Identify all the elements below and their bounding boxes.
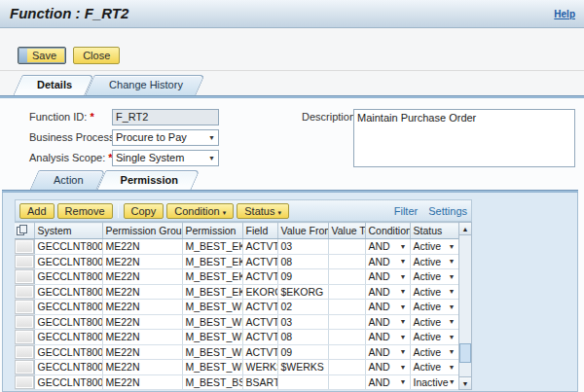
condition-select[interactable]: AND▼ — [366, 239, 410, 254]
column-header-status[interactable]: Status — [410, 223, 458, 239]
value-from-cell[interactable]: $EKORG — [277, 284, 328, 300]
business-process-select[interactable]: Procure to Pay ▼ — [112, 129, 219, 146]
value-from-cell[interactable]: 09 — [277, 344, 328, 360]
status-select[interactable]: Active▼ — [411, 285, 458, 300]
column-header-value-from[interactable]: Value From — [277, 223, 328, 239]
description-textarea[interactable]: Maintain Purchase Order — [353, 109, 575, 167]
row-select-button[interactable] — [15, 315, 34, 330]
horizontal-divider — [0, 70, 584, 71]
row-select-button[interactable] — [15, 239, 34, 254]
column-header-field[interactable]: Field — [242, 223, 277, 239]
tab-permission[interactable]: Permission — [101, 170, 196, 190]
status-select[interactable]: Active▼ — [411, 360, 458, 374]
row-select-button[interactable] — [15, 330, 34, 344]
system-select[interactable]: GECCLNT800▼ — [35, 360, 102, 374]
value-to-cell[interactable] — [328, 300, 365, 315]
value-to-cell[interactable] — [328, 330, 365, 345]
copy-button[interactable]: Copy — [124, 203, 164, 219]
status-select[interactable]: Active▼ — [411, 345, 458, 360]
column-header-permission[interactable]: Permission — [182, 223, 242, 239]
value-to-cell[interactable] — [328, 239, 365, 255]
condition-select[interactable]: AND▼ — [366, 269, 410, 284]
value-from-cell[interactable]: 09 — [277, 269, 328, 285]
row-select-button[interactable] — [15, 269, 34, 284]
table-scrollbar[interactable]: ▲ ▼ — [458, 222, 472, 390]
scroll-down-button[interactable]: ▼ — [459, 376, 471, 389]
value-to-cell[interactable] — [328, 374, 365, 390]
function-id-field[interactable]: F_RT2 — [112, 109, 219, 125]
column-header-system[interactable]: System — [34, 223, 102, 239]
chevron-down-icon: ▼ — [449, 348, 456, 355]
system-select[interactable]: GECCLNT800▼ — [35, 300, 102, 314]
settings-link[interactable]: Settings — [428, 205, 467, 217]
row-select-button[interactable] — [15, 300, 34, 314]
row-select-button[interactable] — [15, 345, 34, 360]
status-select[interactable]: Active▼ — [411, 255, 458, 269]
status-select[interactable]: Active▼ — [411, 315, 458, 330]
value-from-cell[interactable] — [277, 374, 328, 390]
tab-action[interactable]: Action — [34, 170, 101, 190]
value-to-cell[interactable] — [328, 254, 365, 269]
column-header-condition[interactable]: Condition — [365, 223, 410, 239]
scrollbar-thumb[interactable] — [459, 343, 471, 363]
system-select[interactable]: GECCLNT800▼ — [35, 330, 102, 344]
main-tabstrip: Details Change History — [18, 75, 201, 95]
condition-select[interactable]: AND▼ — [366, 255, 410, 269]
condition-menu-button[interactable]: Condition▾ — [166, 203, 234, 219]
system-select[interactable]: GECCLNT800▼ — [35, 345, 102, 360]
value-to-cell[interactable] — [328, 284, 365, 300]
row-select-button[interactable] — [15, 360, 34, 374]
condition-select[interactable]: AND▼ — [366, 360, 410, 374]
system-select[interactable]: GECCLNT800▼ — [35, 375, 102, 390]
field-cell: ACTVT — [242, 344, 277, 360]
value-from-cell[interactable]: 03 — [277, 239, 328, 255]
condition-select[interactable]: AND▼ — [366, 285, 410, 300]
condition-select[interactable]: AND▼ — [366, 375, 410, 390]
add-button[interactable]: Add — [19, 203, 55, 219]
column-header-permission-group[interactable]: Permission Group — [102, 223, 182, 239]
value-to-cell[interactable] — [328, 269, 365, 285]
analysis-scope-select[interactable]: Single System ▼ — [112, 150, 219, 166]
status-select[interactable]: Active▼ — [411, 239, 458, 254]
condition-select[interactable]: AND▼ — [366, 300, 410, 314]
system-select[interactable]: GECCLNT800▼ — [35, 269, 102, 284]
column-header-value-to[interactable]: Value To — [328, 223, 365, 239]
value-from-cell[interactable]: $WERKS — [277, 360, 328, 375]
scroll-up-button[interactable]: ▲ — [459, 223, 471, 235]
menu-triangle-icon: ▾ — [277, 209, 281, 216]
save-button[interactable]: Save — [18, 47, 66, 64]
tab-details[interactable]: Details — [18, 75, 90, 95]
value-from-cell[interactable]: 08 — [277, 254, 328, 269]
remove-button[interactable]: Remove — [57, 203, 113, 219]
value-from-cell[interactable]: 08 — [277, 330, 328, 345]
status-select[interactable]: Active▼ — [411, 269, 458, 284]
row-select-button[interactable] — [15, 375, 34, 390]
value-to-cell[interactable] — [328, 314, 365, 330]
system-select[interactable]: GECCLNT800▼ — [35, 239, 102, 254]
help-link[interactable]: Help — [554, 9, 575, 19]
value-from-cell[interactable]: 02 — [277, 300, 328, 315]
condition-select[interactable]: AND▼ — [366, 315, 410, 330]
condition-select[interactable]: AND▼ — [366, 330, 410, 344]
select-all-header[interactable] — [15, 223, 34, 239]
system-select[interactable]: GECCLNT800▼ — [35, 255, 102, 269]
condition-select[interactable]: AND▼ — [366, 345, 410, 360]
system-select[interactable]: GECCLNT800▼ — [35, 285, 102, 300]
field-cell: ACTVT — [242, 300, 277, 315]
tab-change-history[interactable]: Change History — [90, 75, 201, 95]
sub-tabstrip: Action Permission — [34, 170, 196, 190]
system-select[interactable]: GECCLNT800▼ — [35, 315, 102, 330]
filter-link[interactable]: Filter — [394, 205, 418, 217]
value-to-cell[interactable] — [328, 344, 365, 360]
close-button[interactable]: Close — [73, 47, 120, 64]
row-select-button[interactable] — [15, 285, 34, 300]
table-row: GECCLNT800▼ ME22N M_BEST_EKO ACTVT 08 AN… — [15, 254, 458, 269]
status-select[interactable]: Inactive▼ — [411, 375, 458, 390]
table-row: GECCLNT800▼ ME22N M_BEST_WRK ACTVT 08 AN… — [15, 330, 458, 345]
status-select[interactable]: Active▼ — [411, 330, 458, 344]
status-menu-button[interactable]: Status▾ — [237, 203, 289, 219]
value-from-cell[interactable]: 03 — [277, 314, 328, 330]
status-select[interactable]: Active▼ — [411, 300, 458, 314]
row-select-button[interactable] — [15, 255, 34, 269]
value-to-cell[interactable] — [328, 360, 365, 375]
